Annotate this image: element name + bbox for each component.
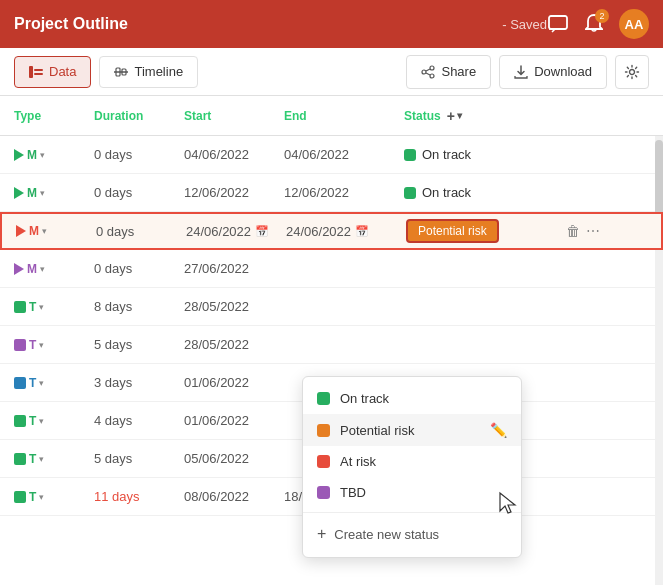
scrollbar-track[interactable] bbox=[655, 136, 663, 585]
table-row: M ▾ 0 days 12/06/2022 12/06/2022 On trac… bbox=[0, 174, 663, 212]
row-actions: 🗑 ⋯ bbox=[562, 223, 602, 239]
delete-icon[interactable]: 🗑 bbox=[566, 223, 580, 239]
notification-badge: 2 bbox=[595, 9, 609, 23]
type-indicator[interactable]: T ▾ bbox=[14, 452, 44, 466]
end-cell: 12/06/2022 bbox=[280, 185, 400, 200]
dropdown-item-ontrack[interactable]: On track bbox=[303, 383, 521, 414]
duration-cell: 5 days bbox=[90, 337, 180, 352]
type-cell[interactable]: M ▾ bbox=[10, 148, 90, 162]
col-end: End bbox=[280, 109, 400, 123]
settings-button[interactable] bbox=[615, 55, 649, 89]
col-start: Start bbox=[180, 109, 280, 123]
svg-point-7 bbox=[430, 66, 434, 70]
edit-icon[interactable]: ✏️ bbox=[490, 422, 507, 438]
type-cell[interactable]: T ▾ bbox=[10, 338, 90, 352]
dropdown-divider bbox=[303, 512, 521, 513]
type-cell[interactable]: T ▾ bbox=[10, 490, 90, 504]
user-avatar[interactable]: AA bbox=[619, 9, 649, 39]
start-cell: 08/06/2022 bbox=[180, 489, 280, 504]
chat-icon[interactable] bbox=[547, 13, 569, 35]
table-row: T ▾ 8 days 28/05/2022 bbox=[0, 288, 663, 326]
duration-cell: 5 days bbox=[90, 451, 180, 466]
create-new-label: Create new status bbox=[334, 527, 439, 542]
type-indicator[interactable]: M ▾ bbox=[14, 148, 45, 162]
duration-cell: 8 days bbox=[90, 299, 180, 314]
status-cell: On track bbox=[400, 147, 560, 162]
app-header: Project Outline - Saved 2 AA bbox=[0, 0, 663, 48]
add-column-button[interactable]: + ▾ bbox=[447, 108, 462, 124]
toolbar-right: Share Download bbox=[406, 55, 649, 89]
type-indicator[interactable]: T ▾ bbox=[14, 490, 44, 504]
type-cell[interactable]: M ▾ bbox=[10, 186, 90, 200]
duration-cell: 11 days bbox=[90, 489, 180, 504]
type-indicator[interactable]: T ▾ bbox=[14, 376, 44, 390]
duration-cell: 0 days bbox=[92, 224, 182, 239]
svg-point-8 bbox=[422, 70, 426, 74]
duration-cell: 0 days bbox=[90, 147, 180, 162]
dropdown-label-atrisk: At risk bbox=[340, 454, 376, 469]
status-dot-potential bbox=[317, 424, 330, 437]
notification-icon[interactable]: 2 bbox=[583, 13, 605, 35]
type-indicator[interactable]: M ▾ bbox=[16, 224, 47, 238]
dropdown-label-ontrack: On track bbox=[340, 391, 389, 406]
status-cell[interactable]: Potential risk bbox=[402, 219, 562, 243]
share-button[interactable]: Share bbox=[406, 55, 491, 89]
dropdown-item-tbd[interactable]: TBD bbox=[303, 477, 521, 508]
download-label: Download bbox=[534, 64, 592, 79]
start-cell: 01/06/2022 bbox=[180, 413, 280, 428]
svg-line-10 bbox=[426, 69, 430, 71]
type-indicator[interactable]: T ▾ bbox=[14, 300, 44, 314]
duration-cell: 3 days bbox=[90, 375, 180, 390]
tab-timeline[interactable]: Timeline bbox=[99, 56, 198, 88]
start-cell: 04/06/2022 bbox=[180, 147, 280, 162]
table-row: M ▾ 0 days 04/06/2022 04/06/2022 On trac… bbox=[0, 136, 663, 174]
status-dot-ontrack bbox=[317, 392, 330, 405]
toolbar: Data Timeline Share Download bbox=[0, 48, 663, 96]
svg-line-11 bbox=[426, 73, 430, 75]
status-cell: On track bbox=[400, 185, 560, 200]
type-indicator[interactable]: M ▾ bbox=[14, 186, 45, 200]
type-indicator[interactable]: T ▾ bbox=[14, 414, 44, 428]
status-dot-tbd bbox=[317, 486, 330, 499]
download-button[interactable]: Download bbox=[499, 55, 607, 89]
saved-indicator: - Saved bbox=[502, 17, 547, 32]
potential-risk-badge[interactable]: Potential risk bbox=[406, 219, 499, 243]
plus-icon: + bbox=[317, 525, 326, 543]
svg-rect-3 bbox=[34, 73, 43, 75]
end-cell: 24/06/2022 📅 bbox=[282, 224, 402, 239]
type-cell[interactable]: M ▾ bbox=[12, 224, 92, 238]
end-cell: 04/06/2022 bbox=[280, 147, 400, 162]
start-cell: 12/06/2022 bbox=[180, 185, 280, 200]
dropdown-item-atrisk[interactable]: At risk bbox=[303, 446, 521, 477]
dropdown-item-potential-risk[interactable]: Potential risk ✏️ bbox=[303, 414, 521, 446]
type-indicator[interactable]: T ▾ bbox=[14, 338, 44, 352]
start-cell: 28/05/2022 bbox=[180, 299, 280, 314]
type-cell[interactable]: T ▾ bbox=[10, 300, 90, 314]
start-cell: 01/06/2022 bbox=[180, 375, 280, 390]
start-cell: 05/06/2022 bbox=[180, 451, 280, 466]
more-icon[interactable]: ⋯ bbox=[586, 223, 600, 239]
dropdown-label-tbd: TBD bbox=[340, 485, 366, 500]
share-label: Share bbox=[441, 64, 476, 79]
calendar-icon: 📅 bbox=[255, 225, 269, 238]
create-new-status[interactable]: + Create new status bbox=[303, 517, 521, 551]
table-container: Type Duration Start End Status + ▾ M ▾ 0… bbox=[0, 96, 663, 585]
calendar-icon: 📅 bbox=[355, 225, 369, 238]
table-row-highlighted: M ▾ 0 days 24/06/2022 📅 24/06/2022 📅 Pot… bbox=[0, 212, 663, 250]
scrollbar-thumb[interactable] bbox=[655, 140, 663, 220]
start-cell: 27/06/2022 bbox=[180, 261, 280, 276]
table-row: T ▾ 5 days 28/05/2022 bbox=[0, 326, 663, 364]
type-cell[interactable]: M ▾ bbox=[10, 262, 90, 276]
header-icons: 2 AA bbox=[547, 9, 649, 39]
type-cell[interactable]: T ▾ bbox=[10, 452, 90, 466]
type-cell[interactable]: T ▾ bbox=[10, 414, 90, 428]
tab-data-label: Data bbox=[49, 64, 76, 79]
type-cell[interactable]: T ▾ bbox=[10, 376, 90, 390]
tab-data[interactable]: Data bbox=[14, 56, 91, 88]
svg-rect-2 bbox=[34, 69, 43, 71]
type-indicator[interactable]: M ▾ bbox=[14, 262, 45, 276]
start-cell: 24/06/2022 📅 bbox=[182, 224, 282, 239]
dropdown-label-potential: Potential risk bbox=[340, 423, 414, 438]
col-status: Status + ▾ bbox=[400, 108, 560, 124]
svg-rect-1 bbox=[29, 66, 33, 78]
